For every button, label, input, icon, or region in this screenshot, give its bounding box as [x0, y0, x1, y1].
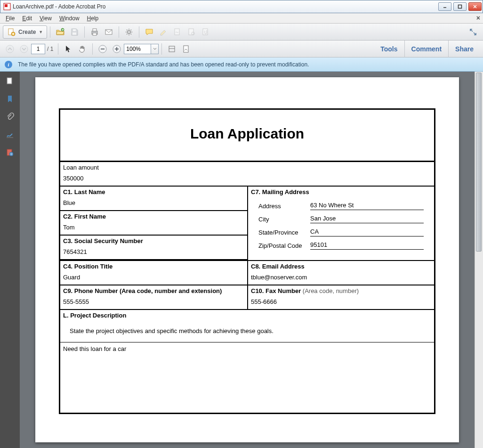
highlight-button[interactable]: [157, 25, 170, 39]
svg-rect-1: [5, 4, 8, 7]
zoom-value: 100%: [126, 46, 141, 52]
create-label: Create: [18, 29, 36, 35]
city-label: City: [258, 216, 310, 223]
c9-label: C9. Phone Number (Area code, number and …: [63, 287, 244, 298]
svg-rect-12: [93, 29, 97, 31]
menu-view[interactable]: View: [36, 14, 56, 23]
standards-icon[interactable]: i: [5, 148, 15, 157]
svg-rect-13: [93, 33, 97, 35]
c9-value: 555-5555: [63, 298, 89, 305]
svg-point-8: [61, 28, 64, 31]
attachments-icon[interactable]: [5, 112, 15, 122]
svg-rect-31: [8, 78, 11, 83]
stamp-button[interactable]: [185, 25, 198, 39]
svg-rect-3: [459, 5, 462, 8]
zoom-out-button[interactable]: [96, 42, 109, 56]
page-total: / 1: [47, 46, 53, 52]
addr-value: 63 No Where St: [310, 202, 424, 210]
select-tool-button[interactable]: [62, 42, 75, 56]
c10-value: 555-6666: [251, 298, 277, 305]
close-button[interactable]: [468, 2, 482, 11]
maximize-button[interactable]: [453, 2, 467, 11]
menu-file[interactable]: File: [2, 14, 18, 23]
svg-rect-27: [169, 46, 175, 52]
signatures-icon[interactable]: [5, 130, 15, 139]
zoom-select[interactable]: 100%: [124, 44, 151, 54]
menu-close-button[interactable]: ×: [476, 14, 480, 22]
c2-value: Tom: [63, 224, 75, 231]
fit-width-button[interactable]: [165, 42, 178, 56]
form-title: Loan Application: [60, 110, 434, 162]
page-down-button[interactable]: [17, 42, 31, 56]
state-label: State/Province: [258, 229, 310, 236]
save-button[interactable]: [68, 25, 81, 39]
menu-help[interactable]: Help: [83, 14, 103, 23]
share-link[interactable]: Share: [448, 41, 480, 57]
svg-rect-16: [175, 29, 179, 35]
info-bar: i The file you have opened complies with…: [0, 57, 483, 72]
svg-rect-17: [189, 29, 193, 35]
vertical-scrollbar[interactable]: [475, 72, 483, 448]
comment-link[interactable]: Comment: [404, 41, 449, 57]
state-value: CA: [310, 228, 424, 236]
minimize-button[interactable]: [438, 2, 451, 11]
svg-rect-10: [72, 33, 76, 35]
toolbar-primary: Create ▼: [0, 24, 483, 41]
main-area: i Loan Application Loan amount 350000 C1…: [0, 72, 483, 448]
city-value: San Jose: [310, 215, 424, 223]
svg-text:i: i: [11, 153, 11, 155]
c8-label: C8. Email Address: [251, 263, 431, 274]
c2-label: C2. First Name: [63, 213, 244, 224]
pdf-page: Loan Application Loan amount 350000 C1. …: [35, 77, 459, 442]
proj-label: L. Project Description: [63, 312, 431, 323]
menu-window[interactable]: Window: [56, 14, 83, 23]
c7-label: C7. Mailing Address: [251, 188, 431, 199]
c1-value: Blue: [63, 199, 75, 206]
thumbnails-icon[interactable]: [5, 76, 15, 86]
c4-value: Guard: [63, 274, 80, 281]
loan-amount-label: Loan amount: [63, 164, 431, 175]
svg-rect-9: [73, 29, 76, 31]
c8-value: tblue@noserver.com: [251, 274, 307, 281]
toolbar-secondary: / 1 100% Tools Comment Share: [0, 41, 483, 57]
tools-link[interactable]: Tools: [374, 41, 404, 57]
document-viewport[interactable]: Loan Application Loan amount 350000 C1. …: [20, 72, 475, 448]
open-button[interactable]: [54, 25, 67, 39]
info-icon: i: [5, 61, 12, 68]
hand-tool-button[interactable]: [76, 42, 89, 56]
menu-edit[interactable]: Edit: [18, 14, 36, 23]
app-icon: [3, 3, 11, 10]
c4-label: C4. Position Title: [63, 263, 244, 274]
print-button[interactable]: [88, 25, 101, 39]
fit-page-button[interactable]: [179, 42, 193, 56]
expand-button[interactable]: [467, 25, 480, 39]
info-message: The file you have opened complies with t…: [18, 61, 309, 68]
sign-button[interactable]: [171, 25, 184, 39]
email-button[interactable]: [102, 25, 115, 39]
c3-value: 7654321: [63, 248, 87, 255]
create-button[interactable]: Create ▼: [3, 25, 47, 39]
svg-point-21: [20, 45, 28, 53]
zoom-dropdown-button[interactable]: [151, 44, 159, 54]
zoom-in-button[interactable]: [110, 42, 123, 56]
loan-amount-value: 350000: [63, 175, 83, 182]
proj-instructions: State the project objectives and specifi…: [63, 323, 431, 342]
scrollbar-thumb[interactable]: [476, 73, 482, 252]
c1-label: C1. Last Name: [63, 188, 244, 199]
zip-value: 95101: [310, 241, 424, 250]
titlebar: LoanArchive.pdf - Adobe Acrobat Pro: [0, 0, 483, 13]
bookmarks-icon[interactable]: [5, 94, 15, 104]
svg-point-20: [6, 45, 14, 53]
attach-button[interactable]: [199, 25, 212, 39]
window-buttons: [438, 2, 482, 11]
page-up-button[interactable]: [3, 42, 16, 56]
page-number-input[interactable]: [31, 44, 45, 54]
nav-panel: i: [0, 72, 20, 448]
c10-label: C10. Fax Number (Area code, number): [251, 287, 431, 298]
settings-button[interactable]: [122, 25, 136, 39]
menubar: File Edit View Window Help ×: [0, 13, 483, 24]
window-title: LoanArchive.pdf - Adobe Acrobat Pro: [13, 3, 438, 10]
chevron-down-icon: ▼: [39, 30, 43, 34]
c3-label: C3. Social Security Number: [63, 237, 244, 248]
comment-bubble-button[interactable]: [143, 25, 156, 39]
